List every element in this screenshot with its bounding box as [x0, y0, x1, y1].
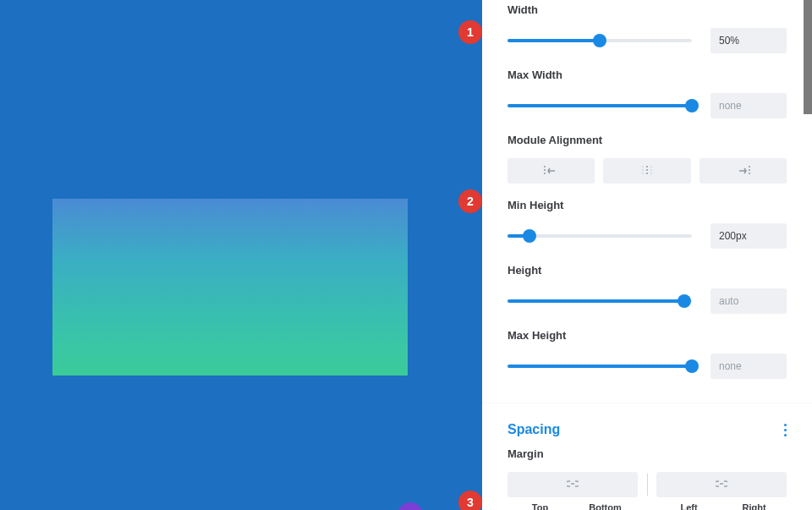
slider-min-height[interactable] [508, 229, 692, 243]
slider-thumb[interactable] [678, 294, 691, 308]
input-height[interactable] [710, 288, 787, 314]
input-width[interactable] [710, 28, 787, 53]
scrollbar-thumb[interactable] [804, 0, 812, 114]
annotation-2: 2 [458, 189, 482, 213]
slider-max-width[interactable] [508, 99, 692, 112]
input-margin-bottom[interactable] [579, 472, 638, 497]
link-icon [716, 479, 727, 491]
slider-thumb[interactable] [593, 34, 606, 47]
label-max-height: Max Height [508, 329, 787, 342]
label-width: Width [508, 3, 787, 16]
label-margin-right: Right [721, 502, 787, 510]
label-margin: Margin [508, 447, 787, 460]
align-center-button[interactable] [603, 158, 690, 184]
field-min-height: Min Height [508, 199, 787, 249]
label-margin-bottom: Bottom [573, 502, 638, 510]
field-margin: Margin [508, 447, 787, 510]
align-right-button[interactable] [700, 158, 787, 184]
section-spacing-header: Spacing [508, 422, 787, 437]
slider-width[interactable] [508, 34, 692, 47]
slider-height[interactable] [508, 294, 692, 308]
section-options-button[interactable] [784, 424, 787, 436]
input-margin-top[interactable] [508, 472, 567, 497]
align-center-icon [639, 165, 656, 177]
input-margin-left[interactable] [656, 472, 716, 497]
settings-panel: Width Max Width Module Alignment [482, 0, 812, 510]
field-module-alignment: Module Alignment [508, 134, 787, 184]
field-max-width: Max Width [508, 69, 787, 118]
section-title-spacing[interactable]: Spacing [508, 422, 560, 437]
slider-thumb[interactable] [523, 229, 536, 243]
field-width: Width [508, 0, 787, 53]
label-margin-top: Top [508, 502, 573, 510]
input-max-width[interactable] [710, 93, 787, 118]
label-max-width: Max Width [508, 69, 787, 81]
input-max-height[interactable] [710, 354, 787, 379]
preview-canvas [0, 0, 482, 510]
link-margin-tb-button[interactable] [567, 472, 579, 497]
input-margin-right[interactable] [727, 472, 787, 497]
slider-thumb[interactable] [685, 99, 699, 112]
input-min-height[interactable] [710, 223, 787, 249]
link-margin-lr-button[interactable] [716, 472, 727, 497]
label-margin-left: Left [656, 502, 721, 510]
field-height: Height [508, 264, 787, 314]
annotation-1: 1 [458, 20, 482, 44]
label-min-height: Min Height [508, 199, 787, 211]
align-left-button[interactable] [508, 158, 595, 184]
align-left-icon [543, 165, 560, 177]
slider-max-height[interactable] [508, 359, 692, 373]
align-right-icon [734, 165, 751, 177]
link-icon [567, 479, 579, 491]
kebab-icon [784, 424, 787, 436]
annotation-3: 3 [458, 491, 482, 510]
label-height: Height [508, 264, 787, 277]
field-max-height: Max Height [508, 329, 787, 379]
slider-thumb[interactable] [685, 359, 699, 373]
preview-module[interactable] [52, 199, 408, 376]
label-module-alignment: Module Alignment [508, 134, 787, 146]
